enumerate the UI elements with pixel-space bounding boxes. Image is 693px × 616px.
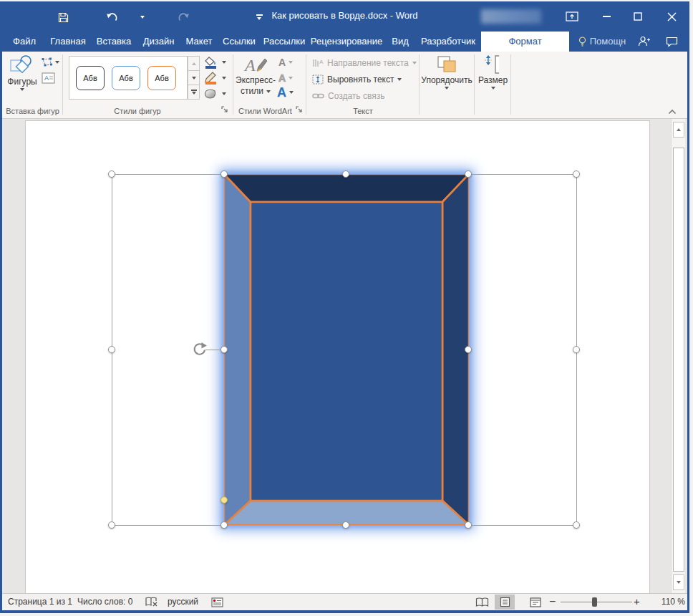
proofing-book-icon	[145, 597, 158, 607]
shape-outline-button[interactable]	[203, 71, 226, 85]
resize-handle[interactable]	[220, 521, 228, 529]
window-border-right	[687, 52, 689, 612]
text-fill-icon: A	[278, 57, 286, 68]
resize-handle[interactable]	[220, 346, 228, 353]
word-count[interactable]: Число слов: 0	[77, 594, 132, 610]
zoom-in-button[interactable]: +	[634, 593, 640, 610]
rotation-handle[interactable]	[191, 342, 208, 358]
tab-mailings[interactable]: Рассылки	[261, 32, 308, 52]
group-text: A Направление текста Выровнять текст Соз…	[306, 52, 420, 118]
tab-references[interactable]: Ссылки	[218, 32, 260, 52]
resize-handle[interactable]	[465, 170, 472, 178]
shape-effects-icon	[203, 87, 219, 100]
person-add-icon	[638, 36, 650, 47]
resize-handle[interactable]	[108, 521, 115, 529]
maximize-button[interactable]	[627, 7, 649, 26]
shape-adjustment-handle[interactable]	[220, 496, 228, 504]
text-direction-button[interactable]: A Направление текста	[312, 57, 417, 69]
resize-handle[interactable]	[573, 170, 580, 178]
shape-style-preset-2[interactable]: Абв	[112, 66, 140, 90]
tab-review[interactable]: Рецензирование	[309, 32, 384, 52]
zoom-slider-thumb[interactable]	[592, 597, 597, 607]
zoom-out-button[interactable]: −	[549, 593, 556, 610]
gallery-scroll-controls	[188, 56, 200, 100]
read-mode-icon	[475, 597, 489, 607]
language-indicator[interactable]: русский	[168, 594, 198, 610]
page-indicator[interactable]: Страница 1 из 1	[8, 594, 72, 610]
shapes-label: Фигуры	[7, 77, 37, 87]
scroll-down-button[interactable]	[673, 574, 684, 590]
text-outline-button[interactable]: A	[278, 71, 293, 85]
tab-format[interactable]: Формат	[481, 32, 569, 52]
zoom-level[interactable]: 110 %	[648, 594, 685, 610]
comments-button[interactable]	[660, 32, 683, 52]
resize-handle[interactable]	[220, 170, 228, 178]
tell-me-box[interactable]: Помощн	[571, 32, 633, 52]
scrollbar-thumb[interactable]	[673, 148, 684, 572]
ribbon-display-options-button[interactable]	[563, 7, 581, 26]
group-divider	[510, 54, 511, 115]
edit-shape-button[interactable]	[41, 57, 59, 67]
tab-layout[interactable]: Макет	[180, 32, 218, 52]
size-button[interactable]: Размер	[477, 54, 509, 90]
resize-handle[interactable]	[465, 346, 472, 353]
read-mode-button[interactable]	[472, 595, 492, 610]
shape-fill-button[interactable]	[203, 55, 226, 69]
size-icon	[484, 54, 503, 74]
triangle-up-icon	[192, 62, 196, 65]
shapes-button[interactable]: Фигуры	[5, 54, 39, 91]
close-button[interactable]	[660, 7, 683, 26]
arrange-button[interactable]: Упорядочить	[424, 54, 470, 90]
create-link-button[interactable]: Создать связь	[312, 90, 384, 102]
web-layout-button[interactable]	[525, 595, 546, 610]
undo-button[interactable]	[103, 10, 120, 24]
text-fill-button[interactable]: A	[278, 55, 293, 69]
shape-style-preset-1[interactable]: Абв	[76, 66, 105, 90]
proofing-status-button[interactable]	[145, 597, 158, 613]
text-effects-button[interactable]: A	[277, 85, 294, 100]
collapse-ribbon-button[interactable]	[668, 109, 677, 115]
vertical-scrollbar	[671, 119, 685, 593]
resize-handle[interactable]	[342, 521, 349, 529]
resize-handle[interactable]	[573, 346, 580, 353]
chevron-down-icon	[20, 88, 24, 91]
text-box-button[interactable]: A	[42, 72, 55, 84]
chevron-down-icon	[445, 87, 449, 90]
svg-text:A: A	[44, 74, 49, 82]
tab-view[interactable]: Вид	[385, 32, 415, 52]
share-button[interactable]	[634, 32, 653, 52]
shape-styles-dialog-launcher[interactable]	[221, 106, 229, 114]
resize-handle[interactable]	[465, 521, 472, 529]
tab-design[interactable]: Дизайн	[137, 32, 180, 52]
group-label-shape-styles: Стили фигур	[63, 107, 212, 115]
wordart-dialog-launcher[interactable]	[296, 106, 304, 114]
gallery-scroll-down-button[interactable]	[188, 71, 200, 85]
shape-style-preset-3[interactable]: Абв	[147, 66, 176, 90]
quick-styles-button[interactable]: A Экспресс- стили	[237, 54, 274, 96]
resize-handle[interactable]	[108, 346, 115, 353]
shape-effects-button[interactable]	[203, 87, 226, 101]
text-direction-icon: A	[312, 58, 324, 68]
minimize-button[interactable]	[596, 7, 617, 26]
resize-handle[interactable]	[573, 521, 580, 529]
save-button[interactable]	[54, 10, 72, 24]
gallery-scroll-up-button[interactable]	[188, 56, 200, 71]
edit-shape-icon	[41, 57, 53, 67]
bevel-shape[interactable]	[224, 174, 469, 525]
resize-handle[interactable]	[108, 170, 115, 178]
language-settings-button[interactable]	[211, 597, 223, 613]
web-layout-icon	[530, 597, 541, 607]
create-link-label: Создать связь	[328, 91, 384, 101]
tab-file[interactable]: Файл	[7, 32, 42, 52]
resize-handle[interactable]	[342, 170, 349, 178]
align-text-button[interactable]: Выровнять текст	[312, 73, 402, 86]
tab-insert[interactable]: Вставка	[92, 32, 136, 52]
gallery-more-button[interactable]	[188, 85, 200, 100]
tab-developer[interactable]: Разработчик	[416, 32, 480, 52]
tab-home[interactable]: Главная	[44, 32, 92, 52]
group-size: Размер	[475, 52, 511, 118]
print-layout-button[interactable]	[495, 595, 515, 610]
svg-text:A: A	[243, 56, 256, 74]
scroll-up-button[interactable]	[673, 122, 684, 138]
undo-dropdown[interactable]	[137, 10, 147, 24]
